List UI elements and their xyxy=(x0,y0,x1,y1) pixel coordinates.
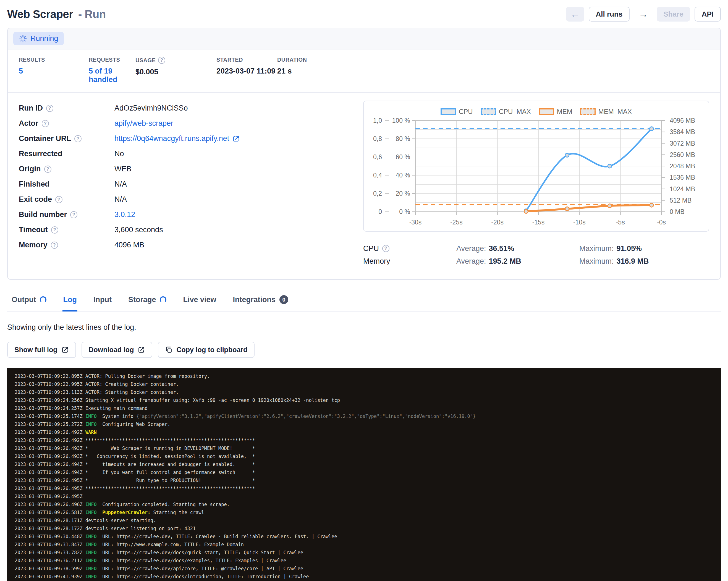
legend-item[interactable]: MEM xyxy=(539,108,572,115)
maximum-label: Maximum: xyxy=(579,257,614,266)
share-button[interactable]: Share xyxy=(657,7,690,22)
copy-log-button[interactable]: Copy log to clipboard xyxy=(158,342,255,358)
metadata-label: Resurrected xyxy=(19,150,62,158)
average-value: 195.2 MB xyxy=(489,257,521,266)
metadata-value: AdOz5evimh9NCiSSo xyxy=(114,104,188,112)
maximum-label: Maximum: xyxy=(579,244,614,253)
svg-text:20 %: 20 % xyxy=(396,190,410,197)
legend-item[interactable]: MEM_MAX xyxy=(580,108,632,115)
help-icon[interactable]: ? xyxy=(51,242,58,249)
metadata-row: Actor ? apify/web-scraper xyxy=(19,116,345,131)
run-detail-page: Web Scraper - Run ← All runs → Share API xyxy=(0,0,728,581)
external-link-icon xyxy=(61,346,69,353)
spinner-icon xyxy=(19,34,27,43)
usage-column: CPUCPU_MAXMEMMEM_MAX 1,0100 %0,880 %0,66… xyxy=(363,101,709,268)
metadata-label: Memory xyxy=(19,241,48,249)
metadata-row: Origin ? WEB xyxy=(19,161,345,177)
svg-text:0,8: 0,8 xyxy=(373,135,382,142)
legend-label: MEM_MAX xyxy=(598,108,632,115)
help-icon[interactable]: ? xyxy=(382,245,389,252)
svg-text:2560 MB: 2560 MB xyxy=(670,151,695,158)
stat-block: REQUESTS ? 5 of 19 handled xyxy=(89,57,135,84)
svg-text:-20s: -20s xyxy=(491,219,503,226)
metadata-row: Resurrected ? No xyxy=(19,146,345,161)
tab[interactable]: Log xyxy=(62,292,77,312)
metadata-label: Exit code xyxy=(19,195,52,204)
stat-label: DURATION xyxy=(277,57,307,63)
arrow-right-icon: → xyxy=(639,9,648,20)
copy-icon xyxy=(165,346,173,353)
metadata-row: Finished ? N/A xyxy=(19,177,345,192)
tab[interactable]: Integrations 0 xyxy=(232,292,289,312)
average-value: 36.51% xyxy=(489,244,514,253)
loading-spinner-icon xyxy=(160,296,166,303)
all-runs-button[interactable]: All runs xyxy=(589,7,630,22)
help-icon[interactable]: ? xyxy=(51,227,58,234)
usage-stats: CPU ? Average: 36.51% Maximum: 91.05% xyxy=(363,242,709,268)
svg-text:0,2: 0,2 xyxy=(373,190,382,197)
external-link-icon[interactable] xyxy=(232,135,240,142)
log-lines: 2023-03-07T10:09:22.895Z ACTOR: Pulling … xyxy=(15,372,721,581)
usage-stat-label: CPU xyxy=(363,244,379,253)
download-log-button[interactable]: Download log xyxy=(81,342,153,358)
svg-text:40 %: 40 % xyxy=(396,171,410,179)
previous-run-button[interactable]: ← xyxy=(566,7,584,22)
metadata-label: Run ID xyxy=(19,104,43,112)
show-full-log-button[interactable]: Show full log xyxy=(7,342,76,358)
tab[interactable]: Output xyxy=(11,292,47,312)
stat-value: $0.005 xyxy=(135,68,216,76)
svg-text:512 MB: 512 MB xyxy=(670,197,692,204)
tab[interactable]: Storage xyxy=(128,292,167,312)
help-icon[interactable]: ? xyxy=(74,135,81,142)
stat-value: 5 of 19 handled xyxy=(89,67,135,84)
metadata-value: https://0q64wnacgyft.runs.apify.net xyxy=(114,134,240,143)
legend-swatch xyxy=(539,108,554,115)
metadata-value: 3,600 seconds xyxy=(114,226,163,234)
actor-name: Web Scraper xyxy=(7,8,73,20)
stat-block: DURATION ? 21 s xyxy=(277,57,307,76)
legend-swatch xyxy=(480,108,496,115)
metadata-value: 3.0.12 xyxy=(114,210,135,219)
chart-legend: CPUCPU_MAXMEMMEM_MAX xyxy=(364,108,708,115)
svg-text:1,0: 1,0 xyxy=(373,117,382,124)
help-icon[interactable]: ? xyxy=(42,120,49,127)
log-console: 2023-03-07T10:09:22.895Z ACTOR: Pulling … xyxy=(7,368,721,581)
metadata-label: Finished xyxy=(19,180,50,188)
tab-label: Integrations xyxy=(233,295,276,304)
status-label: Running xyxy=(30,34,58,43)
tab[interactable]: Live view xyxy=(182,292,217,312)
usage-stat-row: Memory ? Average: 195.2 MB Maximum: 316.… xyxy=(363,255,709,268)
legend-label: CPU xyxy=(459,108,473,115)
legend-label: CPU_MAX xyxy=(499,108,531,115)
metadata-value: N/A xyxy=(114,180,127,188)
help-icon[interactable]: ? xyxy=(70,211,77,218)
usage-stat-row: CPU ? Average: 36.51% Maximum: 91.05% xyxy=(363,242,709,255)
page-title: Web Scraper - Run xyxy=(7,8,106,21)
help-icon[interactable]: ? xyxy=(46,105,53,112)
svg-text:1024 MB: 1024 MB xyxy=(670,185,695,193)
details-section: Run ID ? AdOz5evimh9NCiSSo xyxy=(8,93,720,279)
tab[interactable]: Input xyxy=(93,292,112,312)
external-link-icon xyxy=(138,346,145,353)
status-strip: Running xyxy=(8,28,720,50)
legend-item[interactable]: CPU xyxy=(441,108,473,115)
help-icon[interactable]: ? xyxy=(55,196,62,203)
run-tabs: Output Log Input Storage xyxy=(7,292,721,312)
metadata-label: Origin xyxy=(19,165,41,173)
arrow-left-icon: ← xyxy=(570,9,580,20)
next-run-button[interactable]: → xyxy=(634,7,652,22)
tab-label: Log xyxy=(63,295,77,304)
help-icon[interactable]: ? xyxy=(158,57,165,64)
svg-text:100 %: 100 % xyxy=(392,117,410,124)
legend-item[interactable]: CPU_MAX xyxy=(480,108,531,115)
average-label: Average: xyxy=(456,257,486,266)
svg-text:0,6: 0,6 xyxy=(373,153,382,161)
svg-text:60 %: 60 % xyxy=(396,153,410,161)
metadata-value: N/A xyxy=(114,195,127,204)
help-icon[interactable]: ? xyxy=(44,165,51,173)
api-button[interactable]: API xyxy=(695,7,721,22)
metadata-row: Run ID ? AdOz5evimh9NCiSSo xyxy=(19,101,345,116)
stat-block: RESULTS ? 5 xyxy=(19,57,89,76)
metadata-row: Exit code ? N/A xyxy=(19,192,345,207)
svg-text:-5s: -5s xyxy=(616,219,625,226)
